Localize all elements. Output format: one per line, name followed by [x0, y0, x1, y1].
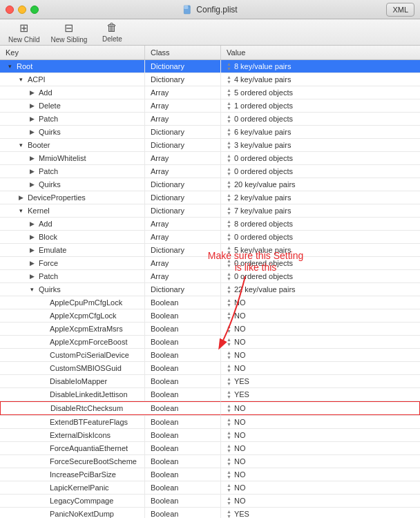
disclosure-open[interactable]: ▾: [28, 285, 36, 294]
table-row[interactable]: ▶PatchArray▲▼0 ordered objects: [0, 165, 420, 178]
close-button[interactable]: [6, 6, 14, 14]
table-row[interactable]: AppleXcpmForceBoostBoolean▲▼NO: [0, 336, 420, 349]
disclosure-closed[interactable]: ▶: [28, 272, 36, 280]
value-stepper[interactable]: ▲▼: [227, 376, 231, 386]
table-row[interactable]: ▶PatchArray▲▼0 ordered objects: [0, 270, 420, 283]
disclosure-open[interactable]: ▾: [17, 75, 25, 84]
table-row[interactable]: ▶PatchArray▲▼0 ordered objects: [0, 113, 420, 126]
value-stepper[interactable]: ▲▼: [227, 232, 231, 242]
value-stepper[interactable]: ▲▼: [227, 403, 231, 413]
value-stepper[interactable]: ▲▼: [227, 496, 231, 506]
table-row[interactable]: DisableLinkeditJettisonBoolean▲▼YES: [0, 388, 420, 401]
disclosure-open[interactable]: ▾: [17, 207, 25, 215]
value-stepper[interactable]: ▲▼: [227, 324, 231, 334]
table-row[interactable]: ▶DevicePropertiesDictionary▲▼2 key/value…: [0, 191, 420, 204]
disclosure-closed[interactable]: ▶: [28, 154, 36, 162]
value-stepper[interactable]: ▲▼: [227, 258, 231, 268]
disclosure-open[interactable]: ▾: [17, 141, 25, 149]
value-stepper[interactable]: ▲▼: [227, 75, 231, 84]
table-row[interactable]: ▾BooterDictionary▲▼3 key/value pairs: [0, 139, 420, 152]
table-row[interactable]: ▾RootDictionary▲▼8 key/value pairs: [0, 60, 420, 73]
value-stepper[interactable]: ▲▼: [227, 193, 231, 202]
value-stepper[interactable]: ▲▼: [227, 153, 231, 163]
value-stepper[interactable]: ▲▼: [227, 61, 231, 71]
table-row[interactable]: ExtendBTFeatureFlagsBoolean▲▼NO: [0, 416, 420, 429]
value-stepper[interactable]: ▲▼: [227, 271, 231, 281]
fullscreen-button[interactable]: [30, 6, 39, 14]
table-row[interactable]: ▶MmioWhitelistArray▲▼0 ordered objects: [0, 152, 420, 165]
value-cell: ▲▼YES: [221, 375, 420, 387]
disclosure-closed[interactable]: ▶: [28, 246, 36, 254]
value-stepper[interactable]: ▲▼: [227, 166, 231, 176]
table-row[interactable]: LapicKernelPanicBoolean▲▼NO: [0, 481, 420, 495]
disclosure-closed[interactable]: ▶: [28, 88, 36, 97]
disclosure-closed[interactable]: ▶: [28, 233, 36, 241]
value-stepper[interactable]: ▲▼: [227, 350, 231, 360]
value-stepper[interactable]: ▲▼: [227, 443, 231, 453]
value-stepper[interactable]: ▲▼: [227, 390, 231, 399]
value-stepper[interactable]: ▲▼: [227, 140, 231, 150]
table-row[interactable]: ▶QuirksDictionary▲▼6 key/value pairs: [0, 126, 420, 139]
value-stepper[interactable]: ▲▼: [227, 101, 231, 111]
value-stepper[interactable]: ▲▼: [227, 311, 231, 320]
value-stepper[interactable]: ▲▼: [227, 483, 231, 492]
value-stepper[interactable]: ▲▼: [227, 219, 231, 229]
value-stepper[interactable]: ▲▼: [227, 470, 231, 479]
disclosure-closed[interactable]: ▶: [17, 193, 25, 202]
class-cell: Dictionary: [145, 283, 221, 296]
table-row[interactable]: AppleCpuPmCfgLockBoolean▲▼NO: [0, 296, 420, 309]
value-stepper[interactable]: ▲▼: [227, 509, 231, 518]
key-name: CustomSMBIOSGuid: [50, 364, 122, 372]
disclosure-closed[interactable]: ▶: [28, 180, 36, 189]
disclosure-closed[interactable]: ▶: [28, 167, 36, 175]
table-row[interactable]: CustomSMBIOSGuidBoolean▲▼NO: [0, 362, 420, 375]
class-cell: Dictionary: [145, 126, 221, 138]
value-stepper[interactable]: ▲▼: [227, 206, 231, 215]
value-stepper[interactable]: ▲▼: [227, 88, 231, 97]
table-row[interactable]: ▶AddArray▲▼8 ordered objects: [0, 218, 420, 231]
table-row[interactable]: ▾KernelDictionary▲▼7 key/value pairs: [0, 204, 420, 218]
table-row[interactable]: ▾ACPIDictionary▲▼4 key/value pairs: [0, 73, 420, 86]
table-row[interactable]: AppleXcpmExtraMsrsBoolean▲▼NO: [0, 323, 420, 336]
value-stepper[interactable]: ▲▼: [227, 337, 231, 347]
table-row[interactable]: CustomPciSerialDeviceBoolean▲▼NO: [0, 349, 420, 362]
titlebar: Config.plist XML: [0, 0, 420, 19]
value-stepper[interactable]: ▲▼: [227, 127, 231, 137]
value-stepper[interactable]: ▲▼: [227, 363, 231, 373]
new-sibling-button[interactable]: ⊟ New Sibling: [51, 21, 88, 44]
table-row[interactable]: ▾QuirksDictionary▲▼22 key/value pairs: [0, 283, 420, 296]
xml-button[interactable]: XML: [386, 3, 414, 17]
disclosure-closed[interactable]: ▶: [28, 102, 36, 110]
table-row[interactable]: ForceAquantiaEthernetBoolean▲▼NO: [0, 442, 420, 455]
table-row[interactable]: ▶EmulateDictionary▲▼5 key/value pairs: [0, 244, 420, 257]
table-row[interactable]: LegacyCommpageBoolean▲▼NO: [0, 495, 420, 508]
value-stepper[interactable]: ▲▼: [227, 285, 231, 294]
value-stepper[interactable]: ▲▼: [227, 114, 231, 124]
table-row[interactable]: ForceSecureBootSchemeBoolean▲▼NO: [0, 455, 420, 468]
table-row[interactable]: AppleXcpmCfgLockBoolean▲▼NO: [0, 309, 420, 323]
table-row[interactable]: ▶QuirksDictionary▲▼20 key/value pairs: [0, 178, 420, 191]
disclosure-open[interactable]: ▾: [6, 62, 14, 70]
value-stepper[interactable]: ▲▼: [227, 430, 231, 440]
table-row[interactable]: DisableRtcChecksumBoolean▲▼NO: [0, 401, 420, 416]
delete-button[interactable]: 🗑 Delete: [98, 21, 126, 43]
value-stepper[interactable]: ▲▼: [227, 457, 231, 466]
minimize-button[interactable]: [18, 6, 26, 14]
table-row[interactable]: DisableIoMapperBoolean▲▼YES: [0, 375, 420, 388]
table-row[interactable]: IncreasePciBarSizeBoolean▲▼NO: [0, 468, 420, 481]
disclosure-closed[interactable]: ▶: [28, 115, 36, 123]
value-stepper[interactable]: ▲▼: [227, 245, 231, 255]
table-row[interactable]: ▶AddArray▲▼5 ordered objects: [0, 86, 420, 99]
table-row[interactable]: PanicNoKextDumpBoolean▲▼YES: [0, 508, 420, 518]
disclosure-closed[interactable]: ▶: [28, 220, 36, 228]
table-row[interactable]: ▶DeleteArray▲▼1 ordered objects: [0, 99, 420, 113]
table-row[interactable]: ▶ForceArray▲▼0 ordered objects: [0, 257, 420, 270]
new-child-button[interactable]: ⊞ New Child: [8, 21, 40, 44]
disclosure-closed[interactable]: ▶: [28, 128, 36, 136]
disclosure-closed[interactable]: ▶: [28, 259, 36, 267]
value-stepper[interactable]: ▲▼: [227, 417, 231, 427]
value-stepper[interactable]: ▲▼: [227, 298, 231, 307]
table-row[interactable]: ExternalDiskIconsBoolean▲▼NO: [0, 429, 420, 442]
value-stepper[interactable]: ▲▼: [227, 180, 231, 189]
table-row[interactable]: ▶BlockArray▲▼0 ordered objects: [0, 231, 420, 244]
